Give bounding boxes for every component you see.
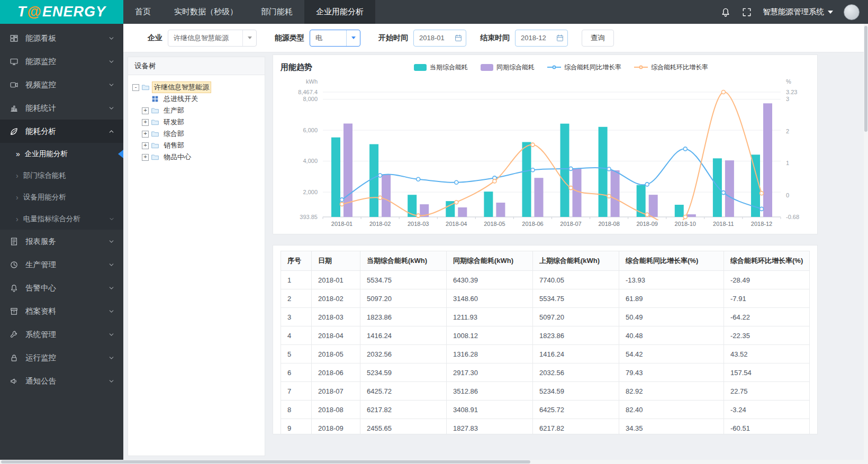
sidebar-item-alarm-center[interactable]: 告警中心	[0, 276, 123, 299]
tree-toggle-icon[interactable]: +	[142, 107, 149, 114]
fullscreen-icon[interactable]	[742, 7, 752, 17]
table-cell: 2018-04	[312, 326, 360, 345]
sidebar-item-energy-stats[interactable]: 能耗统计	[0, 96, 123, 120]
sidebar-item-notice[interactable]: 通知公告	[0, 369, 123, 393]
energy-type-select[interactable]: 电	[310, 30, 360, 47]
folder-icon	[151, 141, 159, 150]
sidebar-item-energy-board[interactable]: 能源看板	[0, 26, 123, 50]
sidebar-item-label: 能耗分析	[25, 126, 56, 137]
energy-table-panel: 序号日期当期综合能耗(kWh)同期综合能耗(kWh)上期综合能耗(kWh)综合能…	[273, 245, 818, 434]
chevron-down-icon	[108, 378, 115, 385]
filter-bar: 企业 许继信息智慧能源 能源类型 电 开始时间 2018-01 结束时间 201…	[123, 24, 864, 52]
nav-tab-realtime-data[interactable]: 实时数据（秒级）	[162, 0, 249, 24]
sidebar-item-operation-monitor[interactable]: 运行监控	[0, 346, 123, 369]
logo-text-rest: ENERGY	[42, 4, 106, 20]
tree-node[interactable]: 总进线开关	[142, 93, 260, 105]
legend-item[interactable]: 同期综合能耗	[481, 63, 535, 72]
table-cell: 22.75	[724, 382, 810, 401]
table-cell: 43.52	[724, 345, 810, 363]
tree-node[interactable]: +销售部	[142, 140, 260, 151]
monitor-icon	[10, 57, 19, 66]
tree-node-label[interactable]: 综合部	[161, 128, 186, 140]
meter-icon	[151, 95, 159, 103]
sidebar-item-label: 能耗统计	[25, 103, 56, 113]
table-cell: 5097.20	[533, 308, 619, 326]
tree-toggle-icon[interactable]: +	[142, 142, 149, 149]
table-cell: 3408.91	[447, 401, 533, 419]
tree-toggle-icon[interactable]: +	[142, 154, 149, 161]
start-date-input[interactable]: 2018-01	[413, 30, 466, 47]
sidebar-item-production-mgmt[interactable]: 生产管理	[0, 253, 123, 276]
tree-node-label[interactable]: 许继信息智慧能源	[152, 81, 211, 93]
legend-item[interactable]: 综合能耗同比增长率	[547, 63, 621, 72]
legend-item[interactable]: 综合能耗环比增长率	[634, 63, 708, 72]
svg-text:1: 1	[786, 160, 789, 166]
table-cell: -13.93	[619, 271, 724, 289]
sidebar-subitem-dept-comprehensive-energy[interactable]: 部门综合能耗	[0, 165, 123, 186]
table-cell: 7740.05	[533, 271, 619, 289]
start-time-label: 开始时间	[378, 33, 408, 43]
vertical-scrollbar-thumb[interactable]	[864, 26, 867, 132]
table-cell: 1823.86	[360, 308, 447, 326]
table-cell: 6217.82	[533, 419, 619, 435]
sidebar-item-report-service[interactable]: 报表服务	[0, 230, 123, 253]
legend-bar-marker	[414, 64, 427, 71]
avatar[interactable]	[844, 4, 860, 20]
chevron-down-icon	[108, 331, 115, 338]
enterprise-select[interactable]: 许继信息智慧能源	[168, 30, 257, 47]
tree-node-label[interactable]: 研发部	[161, 116, 186, 128]
table-cell: 2032.56	[533, 363, 619, 382]
svg-text:2018-10: 2018-10	[675, 221, 696, 227]
sidebar-subitem-enterprise-energy-analysis[interactable]: 企业用能分析	[0, 143, 123, 165]
svg-text:2018-06: 2018-06	[522, 221, 543, 227]
nav-tab-enterprise-energy-analysis[interactable]: 企业用能分析	[304, 0, 375, 24]
table-cell: 1416.24	[533, 345, 619, 363]
table-cell: 82.92	[619, 382, 724, 401]
sidebar-subitem-label: 电量指标综合分析	[23, 214, 80, 224]
sidebar-subitem-device-energy-analysis[interactable]: 设备用能分析	[0, 186, 123, 208]
table-cell: 1416.24	[360, 326, 447, 345]
sidebar-item-system-mgmt[interactable]: 系统管理	[0, 323, 123, 346]
nav-tab-department-energy[interactable]: 部门能耗	[249, 0, 304, 24]
tree-node[interactable]: +研发部	[142, 116, 260, 128]
chevron-down-icon	[108, 354, 115, 361]
logo-at-symbol: @	[28, 4, 42, 20]
legend-item[interactable]: 当期综合能耗	[414, 63, 468, 72]
horizontal-scrollbar-thumb[interactable]	[1, 460, 530, 463]
sidebar-item-energy-analysis[interactable]: 能耗分析	[0, 120, 123, 143]
device-tree: -许继信息智慧能源总进线开关+生产部+研发部+综合部+销售部+物品中心	[128, 75, 265, 169]
nav-tab-home[interactable]: 首页	[123, 0, 162, 24]
chart-title: 用能趋势	[281, 62, 312, 72]
end-date-input[interactable]: 2018-12	[515, 30, 568, 47]
select-caret	[346, 30, 360, 46]
user-system-menu[interactable]: 智慧能源管理系统	[763, 7, 833, 17]
tree-toggle-icon[interactable]: -	[132, 84, 139, 91]
leaf-icon	[10, 127, 19, 136]
chevron-down-icon	[828, 11, 833, 14]
vertical-scrollbar	[864, 24, 868, 460]
tree-node-label[interactable]: 销售部	[161, 140, 186, 151]
svg-text:2018-03: 2018-03	[408, 221, 429, 227]
tree-node-label[interactable]: 总进线开关	[161, 93, 200, 105]
tree-node[interactable]: +生产部	[142, 105, 260, 116]
sidebar-item-video-monitor[interactable]: 视频监控	[0, 73, 123, 96]
tree-node[interactable]: -许继信息智慧能源	[132, 81, 260, 93]
table-cell: 1211.93	[447, 308, 533, 326]
bell-icon[interactable]	[720, 7, 731, 17]
tree-node-label[interactable]: 生产部	[161, 105, 186, 116]
sidebar-subitem-label: 设备用能分析	[23, 193, 66, 202]
tree-toggle-icon[interactable]: +	[142, 131, 149, 138]
tree-toggle-icon[interactable]: +	[142, 119, 149, 126]
tree-node[interactable]: +物品中心	[142, 151, 260, 163]
sidebar-subitem-power-indicator-analysis[interactable]: 电量指标综合分析	[0, 208, 123, 230]
query-button[interactable]: 查询	[582, 30, 614, 47]
tree-node-label[interactable]: 物品中心	[161, 151, 193, 163]
svg-text:3: 3	[786, 96, 789, 102]
sidebar-item-energy-monitor[interactable]: 能源监控	[0, 50, 123, 73]
svg-text:%: %	[786, 78, 791, 85]
tree-node[interactable]: +综合部	[142, 128, 260, 140]
svg-text:2018-09: 2018-09	[637, 221, 658, 227]
active-item-arrow	[118, 150, 123, 158]
sidebar-item-archives[interactable]: 档案资料	[0, 299, 123, 323]
svg-text:8,000: 8,000	[303, 96, 318, 102]
